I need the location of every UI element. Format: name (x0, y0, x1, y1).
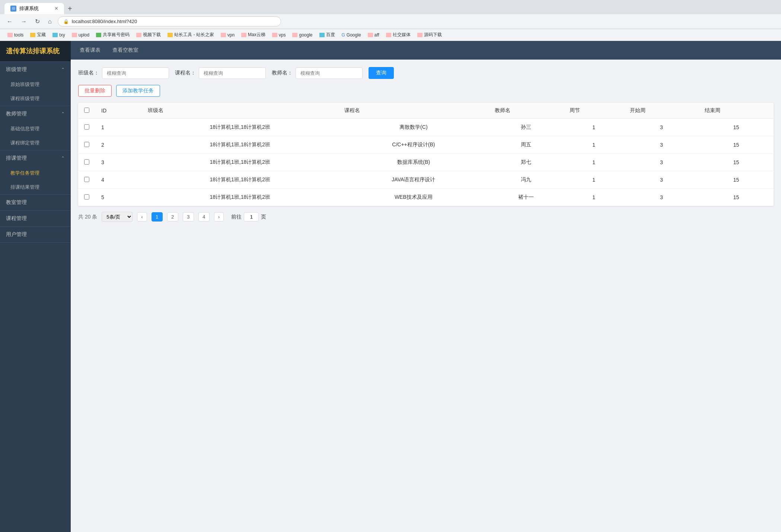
col-id: ID (95, 103, 142, 119)
folder-icon (168, 33, 173, 37)
next-page-button[interactable]: › (214, 212, 224, 222)
menu-group-class-header[interactable]: 班级管理 ⌃ (0, 62, 71, 77)
table-row: 1 18计算机1班,18计算机2班 离散数学(C) 孙三 1 3 15 (78, 119, 774, 136)
cell-class-name: 18计算机1班,18计算机2班 (142, 154, 338, 171)
folder-icon (386, 33, 391, 37)
course-name-input[interactable] (199, 67, 266, 79)
sidebar-item-classroom[interactable]: 教室管理 (0, 195, 71, 211)
prev-page-button[interactable]: ‹ (137, 212, 147, 222)
bookmark-txy[interactable]: txy (50, 31, 68, 39)
col-teacher: 教师名 (489, 103, 564, 119)
menu-group-class-label: 班级管理 (6, 66, 27, 73)
row-checkbox[interactable] (84, 142, 89, 147)
bookmark-source[interactable]: 源码下载 (414, 31, 445, 39)
back-button[interactable]: ← (4, 17, 15, 26)
reload-button[interactable]: ↻ (33, 17, 42, 26)
nav-link-view-schedule[interactable]: 查看课表 (80, 42, 101, 59)
table-row: 2 18计算机1班,18计算机2班 C/C++程序设计(B) 周五 1 3 15 (78, 136, 774, 154)
bookmark-baozang[interactable]: 宝藏 (27, 31, 49, 39)
row-checkbox[interactable] (84, 159, 89, 165)
sidebar-item-user[interactable]: 用户管理 (0, 227, 71, 243)
add-task-button[interactable]: 添加教学任务 (116, 85, 160, 97)
cell-week-period: 1 (564, 136, 624, 154)
cell-teacher: 冯九 (489, 171, 564, 189)
row-checkbox[interactable] (84, 177, 89, 182)
cell-course-name: C/C++程序设计(B) (338, 136, 489, 154)
table-container: ID 班级名 课程名 教师名 周节 开始周 结束周 1 18计算机1班,18计算… (78, 103, 774, 206)
cell-week-period: 1 (564, 189, 624, 206)
bookmark-baidu[interactable]: 百度 (316, 31, 338, 39)
bookmark-vps[interactable]: vps (269, 31, 289, 39)
row-checkbox-cell (78, 189, 95, 206)
bookmark-uplod[interactable]: uplod (69, 31, 92, 39)
bookmark-webmaster[interactable]: 站长工具 - 站长之家 (165, 31, 217, 39)
bookmark-label: 共享账号密码 (103, 32, 130, 38)
forward-button[interactable]: → (19, 17, 29, 26)
home-button[interactable]: ⌂ (46, 17, 54, 26)
nav-link-view-empty-classroom[interactable]: 查看空教室 (112, 42, 138, 59)
row-checkbox[interactable] (84, 124, 89, 130)
app-logo: 遗传算法排课系统 (0, 41, 71, 62)
cell-id: 1 (95, 119, 142, 136)
bookmark-label: vps (279, 32, 286, 38)
sidebar-item-course[interactable]: 课程管理 (0, 211, 71, 227)
address-bar[interactable]: 🔒 localhost:8080/index.html?420 (58, 16, 281, 26)
bookmark-google[interactable]: G Google (339, 31, 364, 39)
bookmark-label: 站长工具 - 站长之家 (174, 32, 214, 38)
chevron-up-icon: ⌃ (61, 156, 65, 161)
page-size-select[interactable]: 5条/页 10条/页 20条/页 (102, 212, 133, 222)
bookmark-label: 百度 (326, 32, 335, 38)
bookmark-google-folder[interactable]: google (289, 31, 315, 39)
bookmark-share-account[interactable]: 共享账号密码 (93, 31, 133, 39)
bookmark-label: 宝藏 (37, 32, 46, 38)
sidebar-item-course-binding[interactable]: 课程绑定管理 (0, 136, 71, 150)
filter-group-teacher: 教师名： (272, 67, 363, 79)
folder-icon (417, 33, 423, 37)
page-3-button[interactable]: 3 (183, 212, 194, 222)
bookmark-social[interactable]: 社交媒体 (383, 31, 414, 39)
table-row: 5 18计算机1班,18计算机2班 WEB技术及应用 褚十一 1 3 15 (78, 189, 774, 206)
browser-tab[interactable]: 排 排课系统 × (4, 3, 64, 14)
folder-icon (72, 33, 77, 37)
page-total: 共 20 条 (78, 214, 97, 220)
bookmark-video[interactable]: 视频下载 (133, 31, 164, 39)
cell-start-week: 3 (624, 189, 699, 206)
new-tab-button[interactable]: + (66, 4, 74, 14)
address-text: localhost:8080/index.html?420 (72, 19, 137, 24)
main-area: 查看课表 查看空教室 班级名： 课程名： 教师名： 查询 (71, 41, 781, 532)
cell-course-name: 数据库系统(B) (338, 154, 489, 171)
class-name-label: 班级名： (78, 70, 99, 76)
class-name-input[interactable] (102, 67, 169, 79)
col-start-week: 开始周 (624, 103, 699, 119)
table-header-row: ID 班级名 课程名 教师名 周节 开始周 结束周 (78, 103, 774, 119)
folder-icon (241, 33, 246, 37)
sidebar-item-teaching-task[interactable]: 教学任务管理 (0, 166, 71, 180)
bookmark-max[interactable]: Max云梯 (238, 31, 268, 39)
select-all-checkbox[interactable] (84, 108, 89, 113)
goto-input[interactable] (244, 212, 259, 222)
page-4-button[interactable]: 4 (198, 212, 210, 222)
sidebar-item-course-class[interactable]: 课程班级管理 (0, 92, 71, 106)
query-button[interactable]: 查询 (369, 67, 394, 79)
sidebar-item-original-class[interactable]: 原始班级管理 (0, 77, 71, 92)
menu-group-teacher-header[interactable]: 教师管理 ⌃ (0, 106, 71, 122)
bookmark-tools[interactable]: tools (4, 31, 26, 39)
batch-delete-button[interactable]: 批量删除 (78, 85, 112, 97)
bookmark-aff[interactable]: aff (365, 31, 382, 39)
teacher-name-input[interactable] (296, 67, 363, 79)
tab-close-button[interactable]: × (55, 6, 58, 12)
page-2-button[interactable]: 2 (167, 212, 178, 222)
row-checkbox[interactable] (84, 194, 89, 200)
cell-teacher: 孙三 (489, 119, 564, 136)
bookmarks-bar: tools 宝藏 txy uplod 共享账号密码 视频下载 站长工具 - 站长… (0, 29, 781, 41)
bookmark-vpn[interactable]: vpn (218, 31, 238, 39)
google-icon: G (342, 32, 345, 38)
sidebar-item-schedule-result[interactable]: 排课结果管理 (0, 180, 71, 194)
cell-week-period: 1 (564, 119, 624, 136)
page-1-button[interactable]: 1 (152, 212, 163, 222)
menu-group-schedule-header[interactable]: 排课管理 ⌃ (0, 150, 71, 166)
page-goto: 前往 页 (231, 212, 266, 222)
sidebar: 遗传算法排课系统 班级管理 ⌃ 原始班级管理 课程班级管理 教师管理 ⌃ 基础信… (0, 41, 71, 532)
sidebar-item-basic-info[interactable]: 基础信息管理 (0, 122, 71, 136)
cell-end-week: 15 (699, 189, 774, 206)
